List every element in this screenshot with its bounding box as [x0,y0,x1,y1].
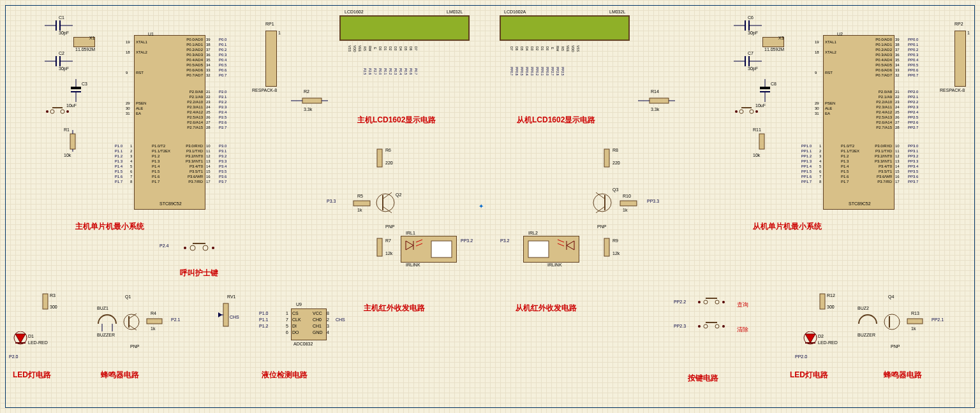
svg-rect-43 [759,134,764,149]
u2-p3: P3.0/RXDP3.1/TXDP3.2/INT0P3.3/INT1P3.4/T… [868,143,892,184]
u1-p0-nets: P0.0P0.1P0.2P0.3P0.4P0.5P0.6P0.7 [219,37,226,78]
p11-net: P1.1 [259,317,268,322]
pp20-net: PP2.0 [795,354,807,359]
r1-ref: R1 [64,127,70,132]
reset-button-u2[interactable] [732,107,761,116]
lcd1-pins: VSSVDDVEERSRWED0D1D2D3D4D5D6D7 [347,41,418,56]
svg-point-89 [715,300,719,304]
u2-p0-nums: 3938373635343332 [895,37,900,78]
lcd2-display [500,15,630,41]
irl1-val: IRLINK [406,263,420,267]
title-key-ckt: 按键电路 [688,373,718,384]
lcd2-nets: PP0.7PP0.6PP0.5PP0.4PP0.3PP0.2PP0.1PP0.0… [509,59,580,84]
svg-rect-102 [907,319,923,324]
clear-button[interactable] [695,321,727,331]
q4-val: PNP [891,344,900,349]
u1-p2-nets: P2.0P2.1P2.2P2.3P2.4P2.5P2.6P2.7 [219,89,226,130]
r14 [638,92,676,117]
svg-marker-50 [15,334,26,343]
nurse-call-button[interactable] [181,242,217,254]
d2 [803,331,818,351]
title-led-l: LED灯电路 [13,370,51,380]
u1-p3-nums: 1011121314151617 [206,143,211,184]
r5-ref: R5 [357,194,363,198]
lcd2-val: LM032L [609,10,625,14]
r4 [143,316,168,326]
pp21-net: PP2.1 [932,317,944,322]
irl1-ref: IRL1 [406,231,415,235]
r8-ref: R8 [612,148,618,152]
c1-val: 30pF [59,31,69,35]
d2-val: LED-RED [818,340,838,345]
lcd2-ref: LCD1602A [504,10,526,14]
c3-ref: C3 [82,82,87,86]
r6-val: 220 [385,161,393,165]
buz1-val: BUZZER [97,333,115,337]
u9-do: DO [292,330,299,335]
svg-rect-74 [604,149,609,167]
title-buzzer-r: 蜂鸣器电路 [884,370,922,380]
c2-ref: C2 [59,51,64,55]
svg-rect-67 [353,201,370,206]
rp1-ref: RP1 [265,22,274,26]
u9-n6: 6 [286,330,288,335]
u9-n2: 2 [327,317,329,322]
p33-net: P3.3 [327,199,336,203]
x3-ref: X3 [778,36,784,40]
u1-ref: U1 [148,32,154,36]
u1-p1-nets: P1.0P1.1P1.2P1.3P1.4P1.5P1.6P1.7 [108,143,122,184]
r5 [350,199,375,208]
u2-p1: P1.0/T2P1.1/T2EXP1.2P1.3P1.4P1.5P1.6P1.7 [841,143,859,184]
svg-point-55 [124,314,139,330]
svg-rect-80 [604,238,609,256]
r5-val: 1k [357,208,362,212]
r2-val: 3.3k [304,107,312,112]
r13-val: 1k [911,326,916,331]
q2 [373,184,405,222]
u9-n4: 4 [327,330,329,335]
p12-net: P1.2 [259,324,268,328]
svg-marker-69 [406,241,413,250]
svg-point-39 [755,110,758,113]
schematic-canvas[interactable]: ✦ LCD1602 LM032L VSSVDDVEERSRWED0D1D2D3D… [0,0,980,413]
r4-val: 1k [151,326,155,331]
lcd2-pins: D7D6D5D4D3D2D1D0ERWRSVEEVDDVSS [509,41,580,56]
svg-point-41 [750,110,754,113]
query-button[interactable] [695,297,727,307]
reset-button-u1[interactable] [43,107,71,116]
u9-gnd: GND [313,330,323,335]
svg-point-75 [593,194,611,212]
c1-ref: C1 [59,15,64,20]
buz2-val: BUZZER [858,333,875,337]
r4-ref: R4 [151,311,156,315]
pp33-net: PP3.3 [647,199,659,203]
u9-val: ADC0832 [293,342,313,346]
r9-ref: R9 [612,238,618,243]
u9-n3: 3 [327,324,329,328]
irl2-val: IRLINK [547,263,562,267]
title-level: 液位检测电路 [262,370,308,380]
rp2-val: RESPACK-8 [940,88,965,92]
svg-point-19 [66,110,69,113]
title-led-r: LED灯电路 [790,370,828,380]
title-master-mcu: 主机单片机最小系统 [75,221,144,232]
svg-point-92 [722,325,725,328]
title-clear: 清除 [737,326,748,334]
svg-marker-97 [805,334,815,343]
x1-ref: X1 [89,36,95,40]
q4-ref: Q4 [888,294,894,299]
svg-point-44 [184,247,186,249]
rp2-ref: RP2 [954,22,963,26]
u2-p2: P2.0/A8P2.1/A9P2.2/A10P2.3/A11P2.4/A12P2… [868,89,892,130]
r7-ref: R7 [385,238,391,243]
title-buzzer-l: 蜂鸣器电路 [101,370,139,380]
svg-rect-96 [820,294,825,309]
r2 [291,92,329,117]
rv1-ref: RV1 [227,294,236,299]
svg-rect-60 [223,303,228,326]
u2-p2-nums: 2122232425262728 [895,89,900,130]
svg-rect-15 [71,87,81,89]
title-nurse-key: 呼叫护士键 [180,268,218,279]
u1-left-nums: 19189293031 [126,40,130,116]
r8 [601,145,614,172]
